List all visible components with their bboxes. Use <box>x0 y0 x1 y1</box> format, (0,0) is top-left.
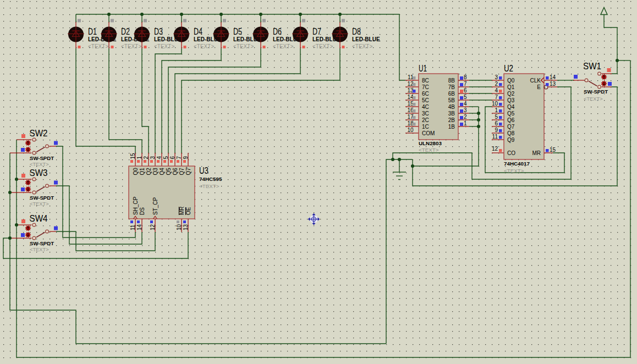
svg-text:14: 14 <box>136 224 142 230</box>
svg-text:D3: D3 <box>154 27 163 36</box>
svg-text:<TEXT>: <TEXT> <box>504 168 524 174</box>
svg-text:MR: MR <box>532 150 541 156</box>
svg-text:<TEXT>: <TEXT> <box>352 43 372 49</box>
svg-text:D7: D7 <box>312 27 321 36</box>
svg-text:11: 11 <box>492 134 498 140</box>
svg-text:<TEXT>: <TEXT> <box>88 43 108 49</box>
svg-text:DS: DS <box>139 207 145 215</box>
svg-text:Q5: Q5 <box>507 111 515 117</box>
svg-text:6B: 6B <box>448 91 455 97</box>
svg-text:6C: 6C <box>422 91 429 97</box>
svg-text:<TEXT>: <TEXT> <box>419 147 439 153</box>
svg-text:SH_CP: SH_CP <box>133 196 139 215</box>
svg-text:4: 4 <box>464 101 467 107</box>
svg-text:U2: U2 <box>504 64 513 73</box>
svg-text:CLK: CLK <box>530 78 541 84</box>
svg-text:4B: 4B <box>448 104 455 110</box>
svg-text:1: 1 <box>136 156 142 159</box>
svg-text:3B: 3B <box>448 111 455 117</box>
svg-text:7B: 7B <box>448 84 455 90</box>
svg-text:6: 6 <box>169 156 175 159</box>
svg-text:MR: MR <box>179 206 185 215</box>
svg-text:Q6: Q6 <box>172 168 178 175</box>
svg-text:74HC595: 74HC595 <box>199 176 222 182</box>
svg-text:Q0: Q0 <box>507 78 515 84</box>
svg-text:2: 2 <box>143 156 149 159</box>
svg-text:9: 9 <box>495 127 498 133</box>
svg-text:ST_CP: ST_CP <box>152 197 158 215</box>
svg-text:5: 5 <box>464 94 467 100</box>
svg-text:6: 6 <box>495 120 498 126</box>
svg-text:15: 15 <box>550 147 556 153</box>
svg-text:Q8: Q8 <box>507 130 515 136</box>
svg-text:11: 11 <box>130 224 136 230</box>
svg-text:Q9: Q9 <box>507 137 515 143</box>
svg-text:1B: 1B <box>448 124 455 130</box>
svg-text:5: 5 <box>163 156 169 159</box>
svg-text:2B: 2B <box>448 117 455 123</box>
svg-text:13: 13 <box>550 81 556 87</box>
svg-text:2C: 2C <box>422 117 429 123</box>
svg-text:Q7: Q7 <box>179 168 185 175</box>
svg-text:Q2: Q2 <box>507 91 515 97</box>
svg-text:ULN2803: ULN2803 <box>419 140 442 146</box>
svg-text:12: 12 <box>150 224 156 230</box>
svg-text:SW2: SW2 <box>30 129 48 138</box>
svg-text:10: 10 <box>492 101 498 107</box>
svg-text:CO: CO <box>507 150 515 156</box>
svg-text:15: 15 <box>130 153 136 159</box>
svg-text:13: 13 <box>183 224 189 230</box>
svg-text:OE: OE <box>185 207 191 215</box>
svg-text:Q0: Q0 <box>133 168 139 175</box>
svg-text:Q1: Q1 <box>139 168 145 175</box>
svg-text:5C: 5C <box>422 97 429 103</box>
svg-text:SW-SPDT: SW-SPDT <box>30 156 54 161</box>
svg-text:U3: U3 <box>199 166 208 175</box>
svg-text:7: 7 <box>495 94 498 100</box>
svg-text:SW-SPDT: SW-SPDT <box>584 89 608 95</box>
svg-text:1: 1 <box>495 107 498 113</box>
svg-text:D8: D8 <box>352 27 361 36</box>
svg-text:1: 1 <box>464 120 467 126</box>
svg-text:SW1: SW1 <box>583 62 601 71</box>
svg-text:<TEXT>: <TEXT> <box>121 43 141 49</box>
svg-text:10: 10 <box>407 127 414 133</box>
svg-text:14: 14 <box>550 74 556 80</box>
svg-text:Q7: Q7 <box>507 124 515 130</box>
svg-text:Q4: Q4 <box>507 104 515 110</box>
svg-text:<TEXT>: <TEXT> <box>30 201 49 207</box>
svg-text:LED-BLUE: LED-BLUE <box>352 36 380 42</box>
svg-text:4: 4 <box>156 156 162 159</box>
svg-text:5B: 5B <box>448 97 455 103</box>
svg-text:6: 6 <box>464 87 467 93</box>
svg-text:SW4: SW4 <box>30 214 48 223</box>
svg-text:5: 5 <box>495 114 498 120</box>
svg-text:D4: D4 <box>194 27 202 36</box>
svg-text:8C: 8C <box>422 78 429 84</box>
svg-text:<TEXT>: <TEXT> <box>584 96 603 102</box>
svg-text:Q2: Q2 <box>146 168 152 175</box>
svg-text:Q5: Q5 <box>166 168 172 175</box>
svg-text:Q3: Q3 <box>507 97 515 103</box>
svg-text:Q3: Q3 <box>152 168 158 175</box>
svg-text:<TEXT>: <TEXT> <box>194 43 214 49</box>
svg-text:1C: 1C <box>422 124 429 130</box>
svg-text:SW3: SW3 <box>30 168 48 178</box>
svg-text:3: 3 <box>464 107 467 113</box>
svg-text:D5: D5 <box>233 27 242 36</box>
svg-text:<TEXT>: <TEXT> <box>312 43 333 49</box>
svg-text:<TEXT>: <TEXT> <box>233 43 254 49</box>
svg-text:D2: D2 <box>121 27 130 36</box>
svg-text:7: 7 <box>176 156 182 159</box>
svg-text:D6: D6 <box>273 27 282 36</box>
svg-text:2: 2 <box>495 81 498 87</box>
svg-text:<TEXT>: <TEXT> <box>199 183 219 189</box>
svg-text:7C: 7C <box>422 84 429 90</box>
svg-text:4C: 4C <box>422 104 429 110</box>
svg-text:3: 3 <box>150 156 156 159</box>
svg-text:9: 9 <box>183 156 189 159</box>
svg-text:4: 4 <box>495 87 498 93</box>
svg-text:12: 12 <box>492 146 498 152</box>
svg-text:3: 3 <box>495 74 498 80</box>
svg-text:SW-SPDT: SW-SPDT <box>30 241 54 246</box>
